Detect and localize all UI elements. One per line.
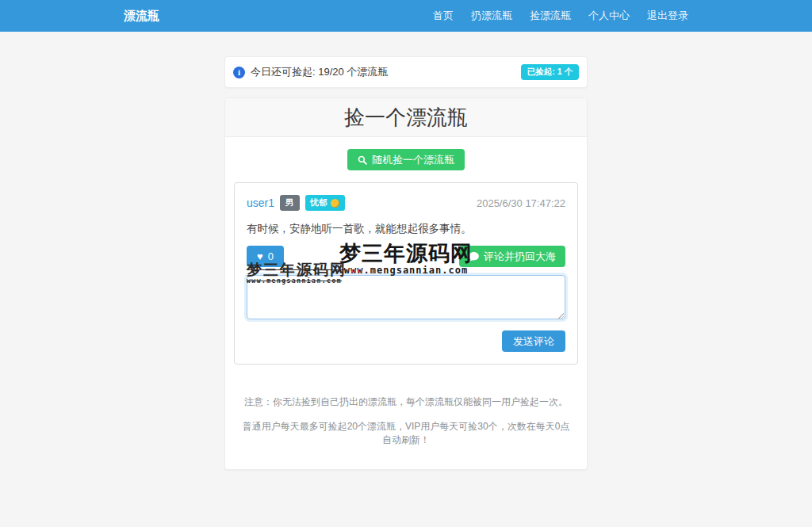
mood-badge: 忧郁 <box>305 195 345 211</box>
random-pick-button[interactable]: 随机捡一个漂流瓶 <box>347 149 465 170</box>
note-line-1: 注意：你无法捡到自己扔出的漂流瓶，每个漂流瓶仅能被同一用户捡起一次。 <box>242 395 570 409</box>
quota-text: 今日还可捡起: 19/20 个漂流瓶 <box>251 65 388 79</box>
like-count: 0 <box>268 250 274 262</box>
main-content: i 今日还可捡起: 19/20 个漂流瓶 已捡起: 1 个 捡一个漂流瓶 随机捡… <box>224 56 588 470</box>
send-comment-row: 发送评论 <box>247 330 565 352</box>
card-header: 捡一个漂流瓶 <box>225 98 587 137</box>
card-body: 随机捡一个漂流瓶 user1 男 忧郁 2025/6/30 17:47:22 有… <box>225 149 587 469</box>
like-button[interactable]: ♥ 0 <box>247 246 284 267</box>
pick-bottle-card: 捡一个漂流瓶 随机捡一个漂流瓶 user1 男 忧郁 <box>224 97 588 470</box>
navbar-container: 漂流瓶 首页 扔漂流瓶 捡漂流瓶 个人中心 退出登录 <box>124 9 688 24</box>
heart-icon: ♥ <box>257 251 263 262</box>
bottle-author-link[interactable]: user1 <box>247 197 274 209</box>
bottle-actions-row: ♥ 0 评论并扔回大海 <box>247 246 565 267</box>
page-title: 捡一个漂流瓶 <box>225 105 587 129</box>
random-pick-label: 随机捡一个漂流瓶 <box>372 154 454 166</box>
gender-badge: 男 <box>280 195 300 211</box>
speech-bubble-icon <box>469 252 479 262</box>
nav-item-home[interactable]: 首页 <box>433 9 454 23</box>
comment-throw-back-button[interactable]: 评论并扔回大海 <box>459 246 565 267</box>
bottle-content: 有时候，安静地听一首歌，就能想起很多事情。 <box>247 221 565 236</box>
send-comment-button[interactable]: 发送评论 <box>502 330 565 352</box>
quota-alert: i 今日还可捡起: 19/20 个漂流瓶 已捡起: 1 个 <box>224 56 588 88</box>
comment-textarea-wrap <box>247 275 565 323</box>
nav-item-logout[interactable]: 退出登录 <box>647 9 688 23</box>
nav-item-profile[interactable]: 个人中心 <box>588 9 630 23</box>
nav-item-throw-bottle[interactable]: 扔漂流瓶 <box>471 9 512 23</box>
bottle-card: user1 男 忧郁 2025/6/30 17:47:22 有时候，安静地听一首… <box>234 182 578 365</box>
nav-links: 首页 扔漂流瓶 捡漂流瓶 个人中心 退出登录 <box>433 9 688 23</box>
note-line-2: 普通用户每天最多可捡起20个漂流瓶，VIP用户每天可捡30个，次数在每天0点自动… <box>242 420 570 447</box>
picked-count-badge: 已捡起: 1 个 <box>521 64 579 80</box>
comment-throw-back-label: 评论并扔回大海 <box>484 250 556 262</box>
navbar: 漂流瓶 首页 扔漂流瓶 捡漂流瓶 个人中心 退出登录 <box>0 0 812 32</box>
mood-badge-label: 忧郁 <box>311 197 327 208</box>
brand-link[interactable]: 漂流瓶 <box>124 9 159 24</box>
bottle-timestamp: 2025/6/30 17:47:22 <box>477 197 565 209</box>
mood-emoji-icon <box>331 199 339 208</box>
nav-item-pick-bottle[interactable]: 捡漂流瓶 <box>530 9 571 23</box>
search-icon <box>358 155 367 165</box>
info-icon: i <box>233 67 245 78</box>
notes-section: 注意：你无法捡到自己扔出的漂流瓶，每个漂流瓶仅能被同一用户捡起一次。 普通用户每… <box>234 376 578 469</box>
bottle-meta-row: user1 男 忧郁 2025/6/30 17:47:22 <box>247 195 565 211</box>
textarea-resize-handle[interactable] <box>557 312 564 319</box>
comment-input[interactable] <box>247 275 565 319</box>
